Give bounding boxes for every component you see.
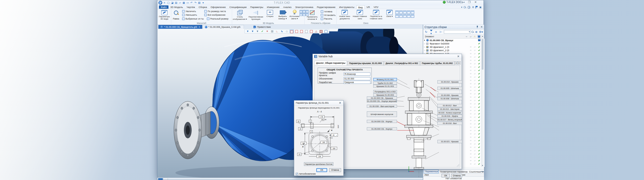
variables-tab[interactable]: Переменные	[424, 170, 439, 173]
document-tab[interactable]: Приветствие	[252, 25, 274, 29]
zoom-out-button[interactable]: Уменьшить	[182, 14, 197, 16]
ribbon-tab[interactable]: Параметры	[248, 5, 265, 9]
layout-split-icon[interactable]	[411, 11, 414, 14]
dialog-tab[interactable]: Диалог_Полумуфты 001 и 002	[384, 61, 420, 65]
tree-row[interactable]: ▷ 3D фрагмент_1 (01.02.000 СБ - Крыш... …	[423, 45, 485, 49]
perspective-button[interactable]: Перспективная проекция	[248, 10, 264, 20]
zoom-frame-button[interactable]: Рамка	[173, 17, 179, 20]
page-tab-2[interactable]	[163, 178, 168, 180]
part-label[interactable]: 01.00.021 - Крышка	[437, 140, 462, 143]
document-tab[interactable]: * 01.00.000 СБ_Вращатель.grb ×	[158, 25, 202, 29]
new-doc-window-button[interactable]: Новое окно документа	[337, 10, 352, 20]
part-button[interactable]: Крышка 01.00.003	[373, 93, 397, 96]
locate-icon[interactable]: ⊕	[475, 30, 478, 34]
open-icon[interactable]: ▱	[178, 1, 182, 5]
dialog-close-icon[interactable]: ✕	[338, 101, 342, 105]
ribbon-options-icon[interactable]: ▾	[461, 6, 462, 8]
hierarchy-icon[interactable]: ⊢	[439, 30, 443, 34]
column-save-icon[interactable]	[477, 35, 481, 38]
ribbon-tab[interactable]: Измерение	[265, 5, 281, 9]
document-tab[interactable]: * 01.00.006_Крышка_CAM.grb	[203, 25, 244, 29]
apply-section-button[interactable]: Применить сечение ▾	[305, 10, 319, 20]
ribbon-tab[interactable]: VR	[365, 5, 372, 9]
part-button[interactable]: Труба 01.01.002	[373, 82, 397, 85]
real-size-button[interactable]: Реальный размер	[207, 17, 228, 20]
filter-apply-icon[interactable]	[260, 30, 265, 33]
dialog-tab[interactable]: Параметры крышки_01.01.003	[347, 61, 383, 65]
redo-icon[interactable]: ↷	[194, 1, 197, 5]
flag-icon[interactable]	[476, 6, 478, 8]
search-icon[interactable]	[464, 6, 466, 8]
filter-clear-icon[interactable]	[265, 30, 269, 33]
part-button[interactable]: 01.02.000 СБ - Крышка	[367, 96, 397, 100]
move-axes-icon[interactable]	[280, 30, 284, 33]
part-button[interactable]: Крышка 01.01.003	[373, 85, 397, 88]
section-custom-icon[interactable]	[314, 30, 318, 33]
cancel-button[interactable]: Отмена	[451, 174, 462, 177]
tab-scroll-right-icon[interactable]: ▸	[458, 61, 461, 65]
ribbon-tab[interactable]: Спецификации	[227, 5, 248, 9]
grid-icon[interactable]	[270, 30, 274, 33]
ribbon-tab[interactable]: Инструменты	[337, 5, 356, 9]
settings-icon[interactable]: ⚙	[472, 6, 474, 8]
fit-sheet-button[interactable]: По размеру листа	[204, 10, 226, 13]
fit-all-button[interactable]: Всё изображение	[204, 14, 225, 16]
part-button[interactable]: 01.04.000 СБ - Корпус	[367, 120, 397, 123]
layout-bottom-icon[interactable]	[411, 14, 414, 18]
bolt-parameters-button[interactable]: Параметры крепёжных болтов	[304, 162, 333, 166]
print-icon[interactable]: ▭	[186, 1, 189, 5]
section-multi-icon[interactable]	[324, 30, 328, 33]
zoom-icon[interactable]	[173, 10, 180, 16]
part-label[interactable]: 00.015 - Колесо корончат	[437, 111, 462, 114]
part-label[interactable]: 01.00.016 - Муфта	[437, 114, 462, 118]
filter-elements-icon[interactable]	[245, 30, 250, 33]
part-button[interactable]: 01.05.000 СБ - Корпус	[367, 127, 397, 130]
view-params-button[interactable]: Параметры 3D вида	[159, 10, 170, 20]
app-logo-icon[interactable]	[158, 1, 162, 5]
part-label[interactable]: 01.00.005 - Шпилька	[437, 87, 462, 90]
page-tab-1[interactable]	[158, 178, 163, 180]
ok-button[interactable]: ОК	[442, 174, 450, 177]
dialog-title-bar[interactable]: Параметры фланца_01.01.001 ✕	[294, 101, 343, 105]
save-icon[interactable]: ▦	[182, 1, 185, 5]
ribbon-tab[interactable]: Файл	[159, 5, 168, 9]
zoom-selected-button[interactable]: Выбранные эл-ты	[182, 17, 204, 20]
menu-icon[interactable]: ≡	[163, 1, 166, 5]
column-link-icon[interactable]: ∞	[464, 35, 469, 38]
sketch-icon[interactable]	[285, 30, 289, 33]
windows-button[interactable]: Окна ▾	[385, 10, 394, 17]
filter-list-icon[interactable]	[255, 30, 260, 33]
windows-icon[interactable]: ▣	[479, 6, 481, 8]
preview-icon[interactable]: ▧	[198, 1, 201, 5]
tab-close-icon[interactable]: ×	[199, 26, 200, 28]
part-label[interactable]: 01.00.008 - Шпилька	[437, 97, 462, 100]
shadow-icon[interactable]	[300, 13, 302, 16]
ribbon-tab[interactable]: Электротехника	[293, 5, 315, 9]
help-icon[interactable]: ?	[468, 6, 470, 9]
more-dropdown-icon[interactable]: ▾	[201, 1, 205, 5]
part-label[interactable]: 01.00.017 - Венец опорный	[437, 118, 462, 121]
clip-set-button[interactable]: Установить	[321, 14, 336, 16]
section-front-icon[interactable]	[294, 30, 299, 33]
scroll-down-icon[interactable]: ▼	[481, 165, 484, 166]
refresh-icon[interactable]: ↻	[424, 30, 428, 34]
part-label[interactable]: 01.00.010 - Крышка	[437, 80, 462, 84]
axes-icon[interactable]	[275, 30, 279, 33]
layout-horizontal-icon[interactable]	[399, 11, 403, 14]
pin-icon[interactable]	[476, 26, 479, 28]
collapse-icon[interactable]: ▾	[424, 39, 426, 41]
part-label[interactable]: 01.00.006 - Крышка	[437, 94, 462, 97]
tab-scroll-left-icon[interactable]: ◂	[455, 61, 457, 65]
expand-icon[interactable]: ▷	[424, 49, 426, 51]
section-left-icon[interactable]	[290, 30, 294, 33]
ribbon-tab[interactable]: Редактирование	[315, 5, 337, 9]
part-button[interactable]: Штифтование корпусов	[367, 111, 397, 117]
part-button[interactable]: 01.00.039 - Вал-шестерня	[367, 105, 397, 108]
filter-icon[interactable]: ▾	[429, 29, 433, 35]
ribbon-tab[interactable]: Оформление	[209, 5, 227, 9]
ribbon-tab[interactable]: Чертёж	[185, 5, 197, 9]
section-solid-icon[interactable]	[319, 30, 323, 33]
panel-close-icon[interactable]: ✕	[481, 25, 483, 28]
clip-cut-button[interactable]: Рассечь	[321, 17, 332, 20]
tree-row[interactable]: ▷ Фрагмент 0xD000007D (Variable hub.gr..…	[423, 42, 485, 45]
